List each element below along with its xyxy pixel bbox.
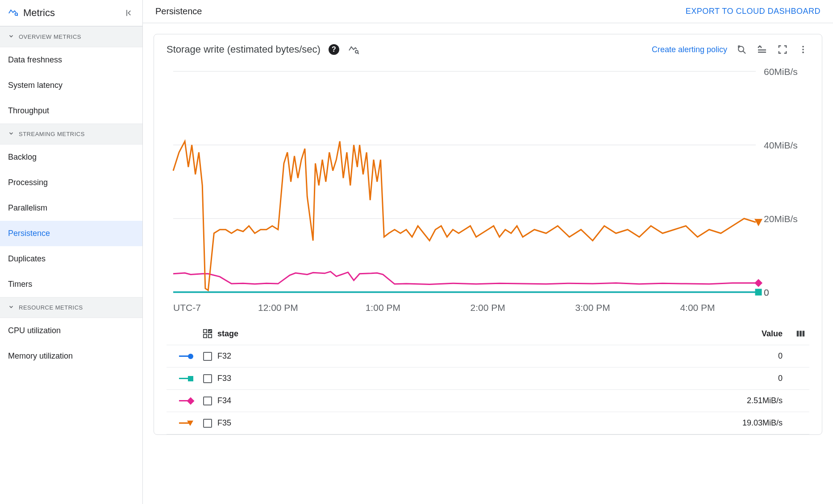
- main: Persistence EXPORT TO CLOUD DASHBOARD St…: [143, 0, 833, 504]
- series-value: 19.03MiB/s: [720, 418, 791, 428]
- page-title: Persistence: [155, 6, 686, 17]
- nav-item-memory-utilization[interactable]: Memory utilization: [0, 343, 142, 369]
- chart[interactable]: 020MiB/s40MiB/s60MiB/s0UTC-712:00 PM1:00…: [167, 65, 809, 319]
- svg-text:2:00 PM: 2:00 PM: [471, 302, 505, 313]
- nav-item-duplicates[interactable]: Duplicates: [0, 246, 142, 272]
- chart-card-header: Storage write (estimated bytes/sec) ? Cr…: [167, 43, 809, 56]
- more-options-icon[interactable]: [797, 43, 809, 56]
- svg-rect-37: [803, 331, 805, 337]
- svg-text:0: 0: [764, 287, 769, 297]
- series-value: 0: [720, 374, 791, 383]
- series-marker: [167, 355, 198, 357]
- nav-item-persistence[interactable]: Persistence: [0, 221, 142, 246]
- series-marker: [167, 400, 198, 401]
- collapse-sidebar-button[interactable]: [124, 8, 134, 18]
- series-checkbox[interactable]: [198, 419, 217, 428]
- svg-text:4:00 PM: 4:00 PM: [680, 302, 715, 313]
- series-value: 2.51MiB/s: [720, 396, 791, 405]
- nav-item-backlog[interactable]: Backlog: [0, 145, 142, 170]
- legend-row: F35 19.03MiB/s: [167, 412, 809, 434]
- nav-item-system-latency[interactable]: System latency: [0, 73, 142, 98]
- svg-rect-34: [208, 335, 212, 338]
- svg-point-10: [802, 49, 804, 50]
- nav-item-throughput[interactable]: Throughput: [0, 98, 142, 124]
- section-label: RESOURCE METRICS: [19, 304, 83, 311]
- svg-point-3: [355, 50, 358, 53]
- metrics-icon: [8, 8, 18, 19]
- legend-table: stage Value F32 0: [167, 322, 809, 434]
- nav-item-cpu-utilization[interactable]: CPU utilization: [0, 318, 142, 343]
- svg-line-6: [743, 51, 746, 54]
- series-stage: F33: [217, 374, 720, 383]
- select-all-icon[interactable]: [198, 329, 217, 339]
- svg-rect-32: [204, 335, 207, 338]
- help-icon[interactable]: ?: [329, 44, 339, 55]
- main-header: Persistence EXPORT TO CLOUD DASHBOARD: [143, 0, 833, 23]
- series-checkbox[interactable]: [198, 397, 217, 405]
- chart-title: Storage write (estimated bytes/sec): [167, 44, 321, 55]
- section-header-streaming[interactable]: STREAMING METRICS: [0, 124, 142, 145]
- legend-header-value[interactable]: Value: [720, 329, 791, 339]
- svg-rect-35: [797, 331, 799, 337]
- metrics-explorer-icon[interactable]: [347, 43, 360, 56]
- legend-row: F34 2.51MiB/s: [167, 390, 809, 412]
- series-marker: [167, 422, 198, 424]
- series-stage: F34: [217, 396, 720, 405]
- svg-rect-36: [800, 331, 802, 337]
- svg-text:UTC-7: UTC-7: [173, 302, 201, 313]
- column-picker-icon[interactable]: [791, 329, 809, 339]
- chevron-down-icon: [8, 33, 14, 41]
- svg-point-11: [802, 52, 804, 54]
- svg-text:1:00 PM: 1:00 PM: [366, 302, 400, 313]
- legend-header-row: stage Value: [167, 322, 809, 345]
- section-label: STREAMING METRICS: [19, 131, 85, 137]
- svg-text:3:00 PM: 3:00 PM: [575, 302, 610, 313]
- export-to-dashboard-button[interactable]: EXPORT TO CLOUD DASHBOARD: [686, 7, 821, 16]
- legend-header-stage[interactable]: stage: [217, 329, 720, 339]
- section-label: OVERVIEW METRICS: [19, 33, 81, 40]
- svg-text:60MiB/s: 60MiB/s: [764, 66, 798, 77]
- series-marker: [167, 378, 198, 379]
- nav-item-timers[interactable]: Timers: [0, 272, 142, 297]
- svg-point-9: [802, 46, 804, 48]
- legend-row: F33 0: [167, 368, 809, 390]
- svg-marker-29: [754, 279, 762, 287]
- svg-text:40MiB/s: 40MiB/s: [764, 140, 798, 150]
- nav-item-data-freshness[interactable]: Data freshness: [0, 47, 142, 73]
- svg-text:20MiB/s: 20MiB/s: [764, 214, 798, 224]
- chevron-down-icon: [8, 130, 14, 138]
- sidebar-title: Metrics: [23, 7, 118, 19]
- legend-icon[interactable]: [756, 43, 768, 56]
- create-alerting-policy-link[interactable]: Create alerting policy: [652, 45, 727, 54]
- reset-zoom-icon[interactable]: [735, 43, 748, 56]
- chevron-down-icon: [8, 304, 14, 311]
- fullscreen-icon[interactable]: [776, 43, 789, 56]
- svg-rect-30: [755, 289, 762, 296]
- svg-point-5: [738, 46, 744, 52]
- series-value: 0: [720, 351, 791, 361]
- series-checkbox[interactable]: [198, 374, 217, 383]
- nav-item-parallelism[interactable]: Parallelism: [0, 195, 142, 221]
- legend-row: F32 0: [167, 345, 809, 368]
- svg-rect-31: [204, 330, 207, 333]
- svg-line-4: [358, 53, 359, 54]
- chart-card: Storage write (estimated bytes/sec) ? Cr…: [154, 34, 822, 435]
- sidebar: Metrics OVERVIEW METRICS Data freshness …: [0, 0, 143, 504]
- section-header-resource[interactable]: RESOURCE METRICS: [0, 297, 142, 318]
- series-checkbox[interactable]: [198, 352, 217, 361]
- section-header-overview[interactable]: OVERVIEW METRICS: [0, 26, 142, 47]
- nav-item-processing[interactable]: Processing: [0, 170, 142, 195]
- series-stage: F32: [217, 351, 720, 361]
- svg-line-1: [17, 15, 18, 16]
- svg-text:12:00 PM: 12:00 PM: [258, 302, 298, 313]
- sidebar-header: Metrics: [0, 0, 142, 26]
- series-stage: F35: [217, 418, 720, 428]
